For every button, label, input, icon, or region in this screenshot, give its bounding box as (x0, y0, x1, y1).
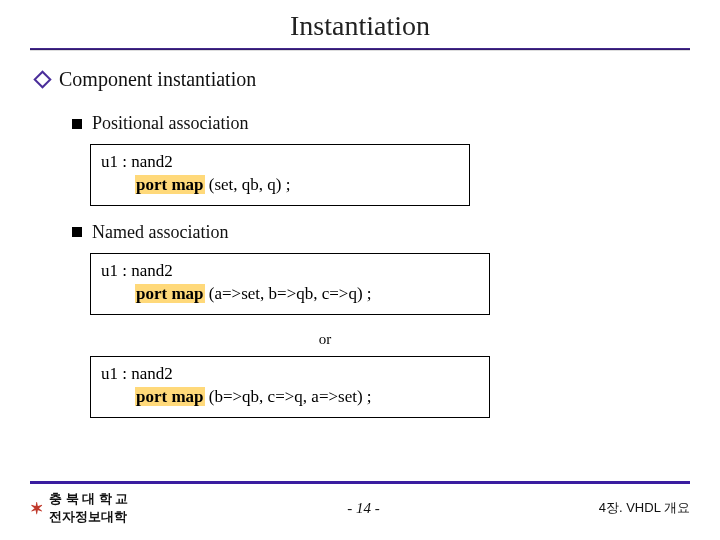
diamond-icon (33, 70, 51, 88)
code-rest: (b=>qb, c=>q, a=>set) ; (205, 387, 372, 406)
code-box-positional: u1 : nand2 port map (set, qb, q) ; (90, 144, 470, 206)
title-wrap: Instantiation (30, 10, 690, 50)
h1-text: Component instantiation (59, 68, 256, 91)
footer-chapter: 4장. VHDL 개요 (599, 499, 690, 517)
code-rest: (a=>set, b=>qb, c=>q) ; (205, 284, 372, 303)
code-line: u1 : nand2 (101, 151, 459, 174)
code-line: port map (b=>qb, c=>q, a=>set) ; (101, 386, 479, 409)
code-rest: (set, qb, q) ; (205, 175, 291, 194)
star-icon: ✶ (30, 499, 43, 518)
square-icon (72, 119, 82, 129)
slide-root: System LSI Instantiation Component insta… (0, 0, 720, 540)
footer-left: ✶ 충 북 대 학 교 전자정보대학 (30, 490, 128, 526)
footer-page-number: - 14 - (347, 500, 380, 517)
code-line: u1 : nand2 (101, 260, 479, 283)
footer-org-line2: 전자정보대학 (49, 508, 128, 526)
or-separator: or (90, 331, 560, 348)
code-line: port map (set, qb, q) ; (101, 174, 459, 197)
footer-row: ✶ 충 북 대 학 교 전자정보대학 - 14 - 4장. VHDL 개요 (30, 490, 690, 526)
square-icon (72, 227, 82, 237)
footer-org-line1: 충 북 대 학 교 (49, 490, 128, 508)
bullet-level2-positional: Positional association (72, 113, 690, 134)
keyword-port-map: port map (135, 387, 205, 406)
footer-rule (30, 481, 690, 484)
named-label: Named association (92, 222, 228, 243)
keyword-port-map: port map (135, 175, 205, 194)
code-box-named-1: u1 : nand2 port map (a=>set, b=>qb, c=>q… (90, 253, 490, 315)
positional-label: Positional association (92, 113, 249, 134)
bg-brand-text: System LSI (402, 424, 692, 484)
content: Component instantiation Positional assoc… (30, 68, 690, 418)
bullet-level1: Component instantiation (36, 68, 690, 91)
code-line: port map (a=>set, b=>qb, c=>q) ; (101, 283, 479, 306)
bullet-level2-named: Named association (72, 222, 690, 243)
footer: ✶ 충 북 대 학 교 전자정보대학 - 14 - 4장. VHDL 개요 (30, 481, 690, 526)
code-line: u1 : nand2 (101, 363, 479, 386)
code-box-named-2: u1 : nand2 port map (b=>qb, c=>q, a=>set… (90, 356, 490, 418)
title-rule (30, 48, 690, 50)
keyword-port-map: port map (135, 284, 205, 303)
slide-title: Instantiation (290, 10, 430, 42)
